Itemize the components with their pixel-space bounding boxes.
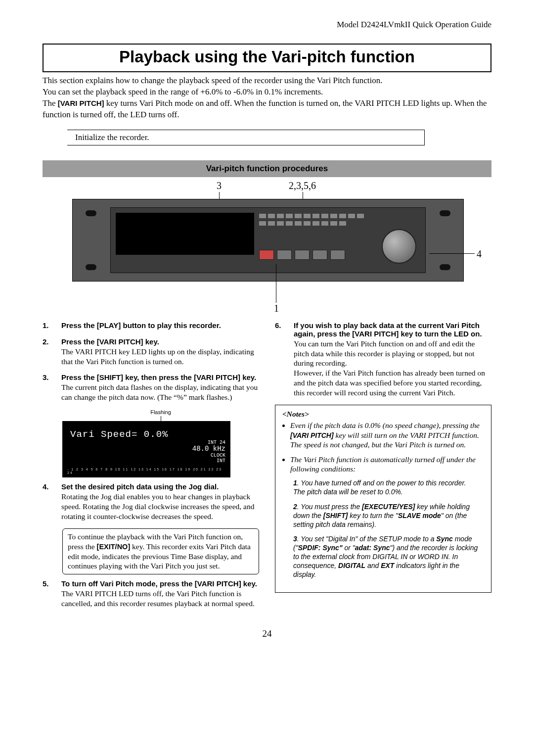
intro-text: This section explains how to change the …: [43, 75, 491, 121]
ns3n: 3: [293, 535, 297, 543]
step-head: Set the desired pitch data using the Jog…: [61, 482, 259, 491]
left-column: 1. Press the [PLAY] button to play this …: [43, 321, 259, 615]
transport-buttons: [259, 250, 345, 260]
step-3: 3. Press the [SHIFT] key, then press the…: [43, 373, 259, 402]
step-head: If you wish to play back data at the cur…: [294, 321, 491, 338]
callout-2356: 2,3,5,6: [289, 180, 316, 191]
notes-sub-3: 3. You set "Digital In" of the SETUP mod…: [293, 535, 484, 579]
step-6: 6. If you wish to play back data at the …: [275, 321, 491, 398]
notes-title: <Notes>: [282, 409, 484, 419]
step-num: 6.: [275, 321, 285, 398]
callout-4: 4: [477, 248, 482, 260]
record-button-icon: [259, 250, 274, 260]
lcd-screen: Vari Speed= 0.0% INT 24 48.0 kHz CLOCK I…: [62, 421, 230, 477]
right-column: 6. If you wish to play back data at the …: [275, 321, 491, 615]
step-head: To turn off Vari Pitch mode, press the […: [61, 579, 259, 588]
step-head: Press the [VARI PITCH] key.: [61, 337, 259, 346]
callout-3: 3: [217, 180, 222, 191]
ns2c: key to turn the ": [348, 512, 398, 520]
ns2a: . You must press the: [297, 503, 362, 511]
notes-box: <Notes> Even if the pitch data is 0.0% (…: [275, 405, 491, 593]
step-num: 3.: [43, 373, 52, 402]
step-head: Press the [PLAY] button to play this rec…: [61, 321, 259, 330]
rack-hole-icon: [86, 264, 96, 270]
step-text-2: However, if the Vari Pitch function has …: [294, 368, 491, 397]
rew-button-icon: [312, 250, 327, 260]
flashing-label: Flashing: [62, 409, 259, 415]
intro-l3b: key turns Vari Pitch mode on and off. Wh…: [43, 98, 487, 119]
rack-hole-icon: [440, 210, 450, 216]
ns1n: 1: [293, 479, 297, 487]
device-front-panel: [72, 199, 464, 282]
ns3e: and: [365, 562, 381, 569]
lcd-track-numbers: - 1 2 3 4 5 6 7 8 9 10 11 12 13 14 15 16…: [67, 468, 225, 474]
step-text: Rotating the Jog dial enables you to hea…: [61, 492, 259, 521]
step-text: The current pitch data flashes on the di…: [61, 382, 259, 402]
intro-l3a: The: [43, 98, 58, 108]
step-text: The VARI PITCH key LED lights up on the …: [61, 347, 259, 367]
step-1: 1. Press the [PLAY] button to play this …: [43, 321, 259, 331]
lcd-side-info: INT 24 48.0 kHz CLOCK INT: [67, 440, 225, 464]
ns2n: 2: [293, 503, 297, 511]
stop-button-icon: [277, 250, 292, 260]
play-button-icon: [295, 250, 310, 260]
ns3a: . You set "Digital In" of the SETUP mode…: [297, 535, 437, 543]
notes-sub-2: 2. You must press the [EXECUTE/YES] key …: [293, 503, 484, 529]
lcd-int: INT: [217, 458, 225, 464]
ns3k3: adat: Sync: [355, 544, 390, 552]
intro-l2: You can set the playback speed in the ra…: [43, 87, 323, 96]
ns3c: or ": [343, 544, 355, 552]
lcd-48khz: 48.0 kHz: [192, 445, 225, 453]
header-model: Model D2424LVmkII Quick Operation Guide: [43, 20, 491, 30]
intro-key: [VARI PITCH]: [58, 99, 104, 107]
initialize-box: Initialize the recorder.: [67, 130, 425, 145]
ns2k2: [SHIFT]: [323, 512, 348, 520]
ns1: . You have turned off and on the power t…: [293, 479, 466, 496]
lcd-inset: Flashing Vari Speed= 0.0% INT 24 48.0 kH…: [62, 409, 259, 477]
continue-playback-box: To continue the playback with the Vari P…: [62, 528, 259, 574]
ffwd-button-icon: [330, 250, 345, 260]
page-number: 24: [43, 628, 491, 639]
page-title: Playback using the Vari-pitch function: [43, 44, 491, 72]
notes-bullet-2: The Vari Pitch function is automatically…: [290, 455, 484, 474]
device-inner-panel: [110, 207, 426, 273]
notes-sub-1: 1. You have turned off and on the power …: [293, 479, 484, 497]
ns2k1: [EXECUTE/YES]: [362, 503, 415, 511]
intro-l1: This section explains how to change the …: [43, 76, 383, 85]
step-text: The VARI PITCH LED turns off, the Vari P…: [61, 589, 259, 609]
step-head: Press the [SHIFT] key, then press the [V…: [61, 373, 259, 381]
step-5: 5. To turn off Vari Pitch mode, press th…: [43, 579, 259, 609]
rack-hole-icon: [440, 264, 450, 270]
step-num: 2.: [43, 337, 52, 367]
leader-4: [429, 253, 475, 254]
leader-1: [276, 264, 276, 303]
flashing-tick: [161, 416, 161, 421]
device-diagram: 3 2,3,5,6: [43, 179, 491, 315]
inset-key: [EXIT/NO]: [97, 543, 131, 551]
jog-dial-icon: [382, 229, 416, 264]
ns3k1: Sync: [436, 535, 452, 543]
nb1a: Even if the pitch data is 0.0% (no speed…: [290, 421, 480, 429]
step-4: 4. Set the desired pitch data using the …: [43, 482, 259, 521]
ns3k5: EXT: [381, 562, 394, 569]
step-num: 5.: [43, 579, 52, 609]
step-text-1: You can turn the Vari Pitch function on …: [294, 339, 491, 368]
ns2k3: SLAVE mode: [398, 512, 441, 520]
ns3k2: SPDIF: Sync": [298, 544, 343, 552]
device-screen: [116, 213, 254, 255]
procedures-header: Vari-pitch function procedures: [43, 160, 491, 177]
nb1key: [VARI PITCH]: [290, 431, 334, 439]
lcd-clock: CLOCK: [211, 453, 225, 458]
rack-hole-icon: [86, 210, 96, 216]
notes-bullet-1: Even if the pitch data is 0.0% (no speed…: [290, 421, 484, 450]
step-num: 1.: [43, 321, 52, 331]
ns3k4: DIGITAL: [338, 562, 365, 569]
step-num: 4.: [43, 482, 52, 521]
step-2: 2. Press the [VARI PITCH] key. The VARI …: [43, 337, 259, 367]
callout-1: 1: [274, 303, 279, 314]
